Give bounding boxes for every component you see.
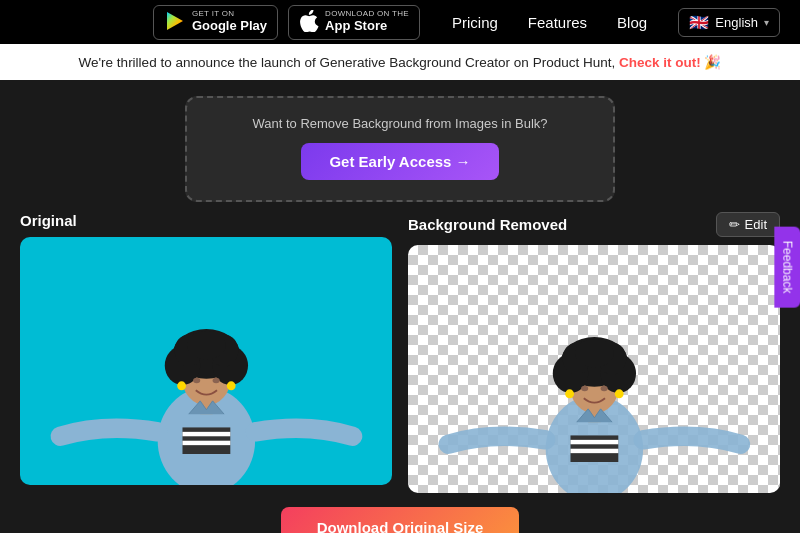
nav-links: Pricing Features Blog bbox=[452, 14, 647, 31]
google-play-icon bbox=[164, 10, 186, 35]
store-buttons: GET IT ON Google Play Download on the Ap… bbox=[153, 5, 420, 40]
svg-point-14 bbox=[212, 378, 219, 383]
removed-image-container bbox=[408, 245, 780, 493]
removed-woman-svg bbox=[427, 245, 762, 493]
svg-marker-0 bbox=[167, 12, 183, 30]
download-button[interactable]: Download Original Size bbox=[281, 507, 520, 533]
announcement-text: We're thrilled to announce the launch of… bbox=[79, 55, 616, 70]
svg-rect-19 bbox=[570, 440, 618, 444]
app-store-button[interactable]: Download on the App Store bbox=[288, 5, 420, 40]
svg-point-28 bbox=[575, 339, 614, 367]
svg-point-12 bbox=[187, 331, 226, 359]
removed-image bbox=[408, 245, 780, 493]
svg-point-30 bbox=[600, 386, 607, 391]
panels-row: Original bbox=[20, 212, 780, 493]
edit-button[interactable]: ✏ Edit bbox=[716, 212, 780, 237]
nav-features[interactable]: Features bbox=[528, 14, 587, 31]
svg-point-32 bbox=[614, 389, 623, 398]
feedback-tab[interactable]: Feedback bbox=[775, 226, 800, 307]
svg-point-15 bbox=[177, 381, 186, 390]
svg-rect-4 bbox=[182, 441, 230, 445]
upload-title: Want to Remove Background from Images in… bbox=[207, 116, 593, 131]
google-play-big-text: Google Play bbox=[192, 19, 267, 33]
google-play-button[interactable]: GET IT ON Google Play bbox=[153, 5, 278, 40]
apple-icon bbox=[299, 10, 319, 35]
announcement-banner: We're thrilled to announce the launch of… bbox=[0, 44, 800, 80]
removed-panel: Background Removed ✏ Edit bbox=[408, 212, 780, 493]
language-selector[interactable]: 🇬🇧 English ▾ bbox=[678, 8, 780, 37]
chevron-down-icon: ▾ bbox=[764, 17, 769, 28]
flag-icon: 🇬🇧 bbox=[689, 13, 709, 32]
edit-label: Edit bbox=[745, 217, 767, 232]
svg-point-13 bbox=[193, 378, 200, 383]
navbar: GET IT ON Google Play Download on the Ap… bbox=[0, 0, 800, 44]
removed-panel-header: Background Removed ✏ Edit bbox=[408, 212, 780, 237]
original-image bbox=[20, 237, 392, 485]
upload-area: Want to Remove Background from Images in… bbox=[185, 96, 615, 202]
download-row: Download Original Size bbox=[20, 507, 780, 533]
announcement-cta[interactable]: Check it out! 🎉 bbox=[619, 55, 722, 70]
svg-point-29 bbox=[581, 386, 588, 391]
original-panel: Original bbox=[20, 212, 392, 493]
nav-pricing[interactable]: Pricing bbox=[452, 14, 498, 31]
nav-blog[interactable]: Blog bbox=[617, 14, 647, 31]
app-store-big-text: App Store bbox=[325, 19, 409, 33]
feedback-label: Feedback bbox=[781, 240, 795, 293]
language-label: English bbox=[715, 15, 758, 30]
main-content: Original bbox=[0, 198, 800, 533]
original-title: Original bbox=[20, 212, 77, 229]
svg-rect-3 bbox=[182, 432, 230, 436]
svg-point-31 bbox=[565, 389, 574, 398]
edit-icon: ✏ bbox=[729, 217, 740, 232]
svg-point-16 bbox=[226, 381, 235, 390]
svg-rect-20 bbox=[570, 449, 618, 453]
original-image-container bbox=[20, 237, 392, 485]
early-access-button[interactable]: Get Early Access → bbox=[301, 143, 498, 180]
original-panel-header: Original bbox=[20, 212, 392, 229]
woman-svg bbox=[39, 237, 374, 485]
removed-title: Background Removed bbox=[408, 216, 567, 233]
